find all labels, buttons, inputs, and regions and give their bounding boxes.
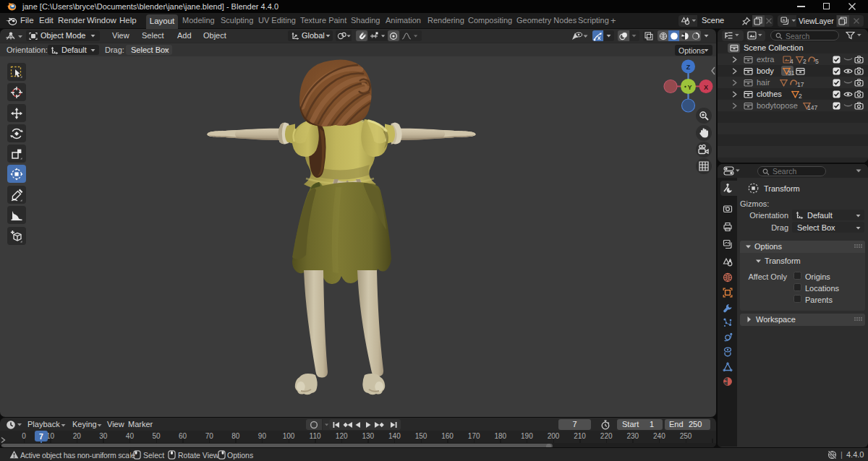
- svg-text:Y: Y: [687, 84, 692, 91]
- svg-text:Z: Z: [686, 64, 691, 71]
- svg-text:X: X: [704, 84, 708, 91]
